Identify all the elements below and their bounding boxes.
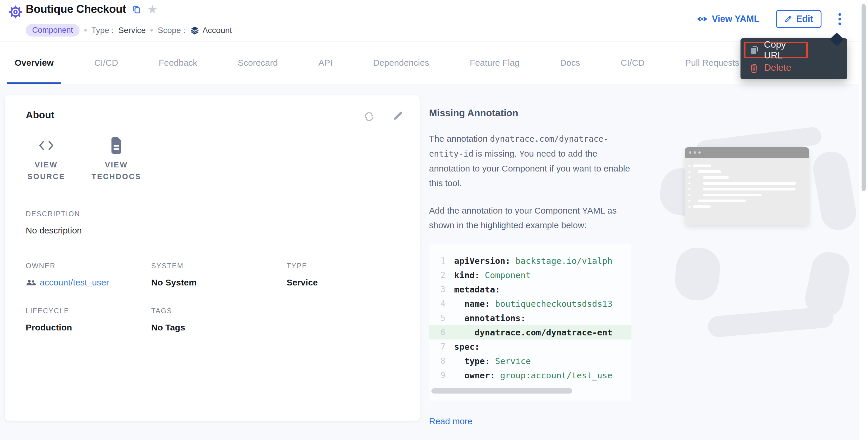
owner-field: OWNER account/test_user — [26, 262, 151, 287]
layers-icon — [190, 26, 199, 35]
window-illustration — [685, 147, 809, 225]
page-scrollbar-track — [859, 0, 868, 440]
view-yaml-button[interactable]: View YAML — [696, 14, 760, 24]
tab-dependencies[interactable]: Dependencies — [366, 41, 437, 84]
lifecycle-value: Production — [26, 323, 151, 333]
annotation-paragraph-1: The annotation dynatrace.com/dynatrace-e… — [429, 132, 637, 191]
lifecycle-label: LIFECYCLE — [26, 307, 151, 315]
about-card: About — [5, 95, 420, 421]
lifecycle-field: LIFECYCLE Production — [26, 307, 151, 333]
document-icon — [110, 137, 123, 154]
missing-annotation-panel: Missing Annotation The annotation dynatr… — [429, 107, 637, 426]
copy-url-label: Copy URL — [764, 39, 806, 61]
refresh-icon[interactable] — [363, 110, 375, 124]
favorite-star-icon[interactable]: ★ — [147, 3, 158, 15]
code-line: 5 annotations: — [429, 311, 631, 325]
page-header: Boutique Checkout ★ Component Type : Ser… — [0, 0, 868, 41]
tags-value: No Tags — [151, 323, 287, 333]
tags-label: TAGS — [151, 307, 287, 315]
code-line: 7spec: — [429, 339, 631, 354]
eye-icon — [696, 15, 708, 23]
system-field: SYSTEM No System — [151, 262, 287, 287]
copy-icon — [749, 45, 758, 55]
about-fields-grid: OWNER account/test_user SYSTEM No Sy — [26, 262, 403, 333]
code-line: 8 type: Service — [429, 354, 631, 368]
component-page: Boutique Checkout ★ Component Type : Ser… — [0, 0, 868, 440]
menu-item-copy-url[interactable]: Copy URL — [744, 42, 808, 58]
component-gear-icon — [9, 5, 22, 20]
edit-about-pencil-icon[interactable] — [392, 110, 403, 124]
code-icon — [38, 137, 55, 154]
code-line: 9 owner: group:account/test_use — [429, 368, 631, 382]
system-label: SYSTEM — [151, 262, 287, 270]
tab-scorecard[interactable]: Scorecard — [230, 41, 285, 84]
tab-overview[interactable]: Overview — [7, 41, 61, 84]
kind-badge: Component — [26, 24, 80, 36]
menu-item-delete[interactable]: Delete — [744, 62, 844, 73]
type-value: Service — [287, 277, 403, 287]
page-title: Boutique Checkout — [26, 3, 126, 15]
scope-value: Account — [203, 26, 232, 35]
missing-annotation-heading: Missing Annotation — [429, 107, 637, 119]
view-source-link[interactable]: VIEW SOURCE — [26, 137, 67, 182]
about-quick-links: VIEW SOURCE VIEW TECHDOCS — [26, 137, 403, 182]
tab-feedback[interactable]: Feedback — [151, 41, 205, 84]
scope-label: Scope : — [158, 26, 185, 35]
code-line: 3metadata: — [429, 282, 631, 297]
code-line-highlighted: 6 dynatrace.com/dynatrace-ent — [429, 325, 631, 339]
code-line: 1apiVersion: backstage.io/v1alph — [429, 253, 631, 268]
owner-value: account/test_user — [40, 277, 109, 287]
dot-separator — [150, 29, 153, 32]
type-label: Type : — [92, 26, 114, 35]
system-value: No System — [151, 277, 287, 287]
copy-name-icon[interactable] — [132, 5, 141, 15]
type-label: TYPE — [287, 262, 403, 270]
yaml-code-block: 1apiVersion: backstage.io/v1alph 2kind: … — [429, 244, 631, 401]
tab-feature-flag[interactable]: Feature Flag — [462, 41, 527, 84]
tab-bar: Overview CI/CD Feedback Scorecard API De… — [7, 41, 747, 84]
edit-button[interactable]: Edit — [776, 10, 822, 28]
delete-label: Delete — [764, 62, 792, 73]
annotation-paragraph-2: Add the annotation to your Component YAM… — [429, 203, 637, 233]
header-actions: View YAML Edit — [696, 10, 843, 28]
tab-api[interactable]: API — [311, 41, 340, 84]
tab-pull-requests[interactable]: Pull Requests — [678, 41, 747, 84]
description-label: DESCRIPTION — [26, 210, 403, 218]
tab-docs[interactable]: Docs — [553, 41, 588, 84]
entity-meta-row: Component Type : Service Scope : Account — [26, 24, 232, 36]
edit-label: Edit — [796, 14, 813, 24]
type-field: TYPE Service — [287, 262, 403, 287]
view-techdocs-label: VIEW TECHDOCS — [87, 159, 146, 182]
code-line: 4 name: boutiquecheckoutsdsds13 — [429, 297, 631, 311]
dot-separator — [84, 29, 87, 32]
options-menu-popover: Copy URL Delete — [741, 38, 847, 79]
missing-annotation-illustration — [664, 134, 854, 333]
scope-value-wrap: Account — [190, 26, 232, 35]
people-icon — [26, 279, 36, 286]
tab-cicd-2[interactable]: CI/CD — [613, 41, 652, 84]
title-row: Boutique Checkout ★ — [26, 3, 158, 15]
page-scrollbar-thumb[interactable] — [862, 4, 866, 191]
view-techdocs-link[interactable]: VIEW TECHDOCS — [87, 137, 146, 182]
view-source-label: VIEW SOURCE — [26, 159, 67, 182]
owner-label: OWNER — [26, 262, 151, 270]
read-more-link[interactable]: Read more — [429, 416, 472, 426]
content-area: About — [0, 84, 859, 440]
description-value: No description — [26, 226, 403, 235]
pencil-icon — [784, 15, 792, 23]
tab-cicd[interactable]: CI/CD — [87, 41, 126, 84]
view-yaml-label: View YAML — [712, 14, 760, 24]
code-line: 2kind: Component — [429, 268, 631, 282]
more-options-kebab-icon[interactable] — [837, 11, 843, 27]
about-heading: About — [26, 109, 54, 121]
tags-field: TAGS No Tags — [151, 307, 287, 333]
code-horizontal-scrollbar[interactable] — [431, 388, 572, 394]
trash-icon — [749, 63, 758, 73]
owner-link[interactable]: account/test_user — [26, 277, 151, 287]
type-value: Service — [119, 26, 146, 35]
description-field: DESCRIPTION No description — [26, 210, 403, 235]
